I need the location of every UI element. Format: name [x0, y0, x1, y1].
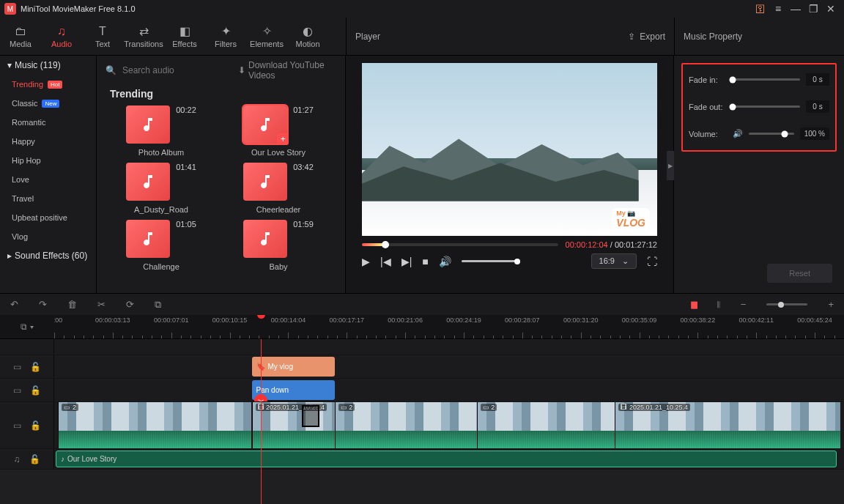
audio-clip[interactable]: ♪Our Love Story — [56, 451, 837, 467]
cat-trending[interactable]: TrendingHot — [0, 75, 96, 94]
zoom-in-button[interactable]: + — [828, 299, 834, 310]
main-area: ▾ Music (119) TrendingHot ClassicNew Rom… — [0, 56, 844, 293]
seek-bar[interactable] — [362, 243, 558, 246]
volume-thumb[interactable] — [514, 259, 520, 264]
motion-tab[interactable]: ◐Motion — [287, 18, 328, 55]
ruler-label: 00:00:31:20 — [563, 316, 599, 324]
media-tab[interactable]: 🗀Media — [0, 18, 41, 55]
tile-photo-album[interactable]: 00:22 Photo Album — [103, 103, 220, 160]
maximize-button[interactable]: ❐ — [804, 3, 822, 15]
cat-romantic[interactable]: Romantic — [0, 113, 96, 132]
search-row: 🔍 ⬇Download YouTube Videos — [97, 56, 345, 85]
cat-vlog[interactable]: Vlog — [0, 227, 96, 246]
volume-value[interactable]: 100 % — [800, 127, 829, 140]
zoom-slider[interactable] — [766, 303, 807, 305]
add-icon[interactable]: + — [277, 133, 289, 145]
track-add-button[interactable]: ⧉ ▾ — [0, 315, 54, 338]
tiles-grid: 00:22 Photo Album +01:27 Our Love Story … — [97, 103, 345, 274]
speed-button[interactable]: ⟳ — [126, 299, 134, 310]
music-property-panel: ▶ Fade in: 0 s Fade out: 0 s Volume: 🔊 1… — [674, 56, 844, 293]
tile-our-love-story[interactable]: +01:27 Our Love Story — [220, 103, 337, 160]
close-button[interactable]: ✕ — [822, 3, 840, 15]
fade-out-value[interactable]: 0 s — [806, 100, 829, 113]
menu-icon[interactable]: ≡ — [769, 3, 787, 15]
download-youtube-link[interactable]: ⬇Download YouTube Videos — [238, 60, 336, 81]
selection-box[interactable] — [302, 405, 319, 427]
seek-thumb[interactable] — [382, 241, 389, 248]
export-button[interactable]: ⇪Export — [628, 32, 665, 42]
filters-icon: ✦ — [221, 24, 231, 38]
cat-travel[interactable]: Travel — [0, 189, 96, 208]
prev-frame-button[interactable]: |◀ — [380, 256, 391, 267]
effects-tab[interactable]: ◧Effects — [164, 18, 205, 55]
ruler-label: 00:00:42:11 — [738, 316, 774, 324]
audio-tab[interactable]: ♫Audio — [41, 18, 82, 55]
tile-cheerleader[interactable]: 03:42 Cheerleader — [220, 160, 337, 217]
collapse-handle[interactable]: ▶ — [667, 151, 674, 180]
crop-button[interactable]: ⧉ — [155, 299, 161, 311]
soundfx-category[interactable]: ▸ Sound Effects (60) — [0, 246, 96, 265]
text-clip[interactable]: 🔖My vlog — [252, 357, 335, 377]
fade-in-value[interactable]: 0 s — [806, 73, 829, 86]
play-button[interactable]: ▶ — [362, 256, 370, 267]
volume-slider[interactable] — [749, 133, 794, 135]
video-clip-1[interactable]: ▭ 2 — [58, 402, 251, 448]
ruler-label: 00:00:24:19 — [446, 316, 481, 324]
ruler-label: 00:00:38:22 — [681, 316, 716, 324]
playhead-line[interactable] — [261, 339, 262, 504]
text-tab[interactable]: TText — [82, 18, 123, 55]
vlog-watermark: My 📷VLOG — [612, 208, 650, 230]
fade-out-slider[interactable] — [733, 105, 800, 108]
minimize-button[interactable]: — — [787, 3, 804, 15]
player-header: Player ⇪Export — [346, 18, 674, 55]
video-preview[interactable]: My 📷VLOG — [362, 63, 657, 236]
volume-icon[interactable]: 🔊 — [439, 256, 451, 267]
tile-challenge[interactable]: 01:05 Challenge — [103, 217, 220, 274]
cat-happy[interactable]: Happy — [0, 132, 96, 151]
tool-tabs: 🗀Media ♫Audio TText ⇄Transitions ◧Effect… — [0, 18, 844, 56]
lock-icon[interactable]: 🔓 — [30, 362, 41, 372]
redo-button[interactable]: ↷ — [39, 299, 47, 310]
lock-icon[interactable]: 🔓 — [30, 385, 41, 396]
cat-upbeat[interactable]: Upbeat positive — [0, 208, 96, 227]
audio-meter-icon[interactable]: ⦀ — [717, 299, 720, 311]
time-ruler[interactable]: 00:0000:00:03:1300:00:07:0100:00:10:1500… — [54, 315, 844, 338]
search-input[interactable] — [122, 65, 232, 75]
delete-button[interactable]: 🗑 — [67, 299, 77, 310]
music-category[interactable]: ▾ Music (119) — [0, 56, 96, 75]
video-clip-3[interactable]: ▭ 2 — [335, 402, 477, 448]
stop-button[interactable]: ■ — [422, 256, 428, 267]
lock-icon[interactable]: 🔓 — [30, 420, 41, 431]
next-frame-button[interactable]: ▶| — [401, 256, 412, 267]
tile-baby[interactable]: 01:59 Baby — [220, 217, 337, 274]
fullscreen-button[interactable]: ⛶ — [647, 256, 657, 267]
reset-button[interactable]: Reset — [767, 264, 832, 283]
cat-love[interactable]: Love — [0, 170, 96, 189]
zoom-out-button[interactable]: − — [741, 299, 747, 310]
audio-track-icon: ♫ — [14, 454, 21, 464]
motion-icon: ◐ — [303, 24, 313, 38]
filters-tab[interactable]: ✦Filters — [205, 18, 246, 55]
lock-icon[interactable]: 🔓 — [29, 454, 40, 464]
fade-in-slider[interactable] — [733, 78, 800, 81]
volume-bar[interactable] — [462, 260, 520, 262]
category-sidebar: ▾ Music (119) TrendingHot ClassicNew Rom… — [0, 56, 97, 293]
music-note-icon: ♪ — [61, 455, 64, 463]
split-button[interactable]: ✂ — [97, 299, 106, 310]
ruler-row: ⧉ ▾ 00:0000:00:03:1300:00:07:0100:00:10:… — [0, 315, 844, 339]
speaker-icon[interactable]: 🔊 — [733, 129, 743, 138]
aspect-select[interactable]: 16:9⌄ — [591, 253, 637, 269]
cat-classic[interactable]: ClassicNew — [0, 94, 96, 113]
elements-tab[interactable]: ✧Elements — [246, 18, 287, 55]
undo-button[interactable]: ↶ — [10, 299, 18, 310]
tile-dusty-road[interactable]: 01:41 A_Dusty_Road — [103, 160, 220, 217]
video-clip-4[interactable]: ▭ 2 — [477, 402, 615, 448]
ruler-label: 00:00:35:09 — [622, 316, 657, 324]
player-controls: ▶ |◀ ▶| ■ 🔊 16:9⌄ ⛶ — [362, 253, 657, 269]
marker-icon[interactable]: ▮▮ — [690, 299, 696, 310]
video-clip-2[interactable]: 🎞 2025.01.21_10.25.4 — [252, 402, 335, 448]
transitions-tab[interactable]: ⇄Transitions — [123, 18, 164, 55]
key-icon[interactable]: ⚿ — [752, 3, 769, 15]
video-clip-5[interactable]: 🎞 2025.01.21_10.25.4 — [615, 402, 840, 448]
cat-hiphop[interactable]: Hip Hop — [0, 151, 96, 170]
